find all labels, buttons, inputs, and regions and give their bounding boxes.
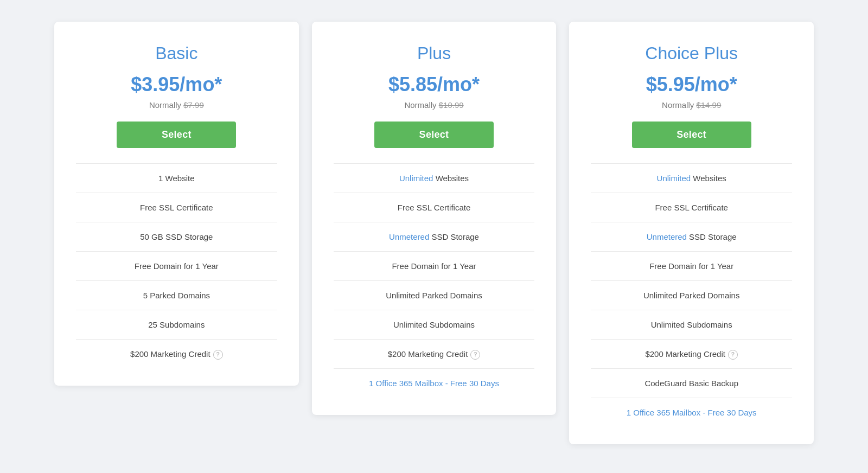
list-item: Free Domain for 1 Year	[76, 251, 277, 280]
list-item: Unlimited Websites	[591, 163, 792, 193]
list-item: Unlimited Websites	[334, 163, 535, 193]
list-item: Free Domain for 1 Year	[334, 251, 535, 280]
list-item: Free SSL Certificate	[76, 193, 277, 222]
plan-card-choice-plus: Choice Plus$5.95/mo*Normally $14.99Selec…	[569, 22, 814, 444]
list-item: Unlimited Subdomains	[591, 310, 792, 339]
features-list-plus: Unlimited WebsitesFree SSL CertificateUn…	[334, 163, 535, 398]
list-item: Unlimited Parked Domains	[334, 280, 535, 310]
list-item: 5 Parked Domains	[76, 280, 277, 310]
plan-card-plus: Plus$5.85/mo*Normally $10.99SelectUnlimi…	[312, 22, 557, 415]
list-item: 25 Subdomains	[76, 310, 277, 339]
plan-normal-price-choice-plus: Normally $14.99	[662, 100, 721, 110]
plan-name-basic: Basic	[155, 43, 197, 63]
list-item: CodeGuard Basic Backup	[591, 368, 792, 398]
plan-name-plus: Plus	[417, 43, 451, 63]
help-icon[interactable]: ?	[728, 350, 738, 360]
list-item: $200 Marketing Credit?	[334, 339, 535, 368]
plan-card-basic: Basic$3.95/mo*Normally $7.99Select1 Webs…	[54, 22, 299, 386]
list-item: Free Domain for 1 Year	[591, 251, 792, 280]
select-button-basic[interactable]: Select	[117, 122, 236, 148]
highlight-text: Unmetered	[647, 232, 687, 241]
pricing-container: Basic$3.95/mo*Normally $7.99Select1 Webs…	[54, 22, 814, 444]
plan-name-choice-plus: Choice Plus	[645, 43, 738, 63]
features-list-basic: 1 WebsiteFree SSL Certificate50 GB SSD S…	[76, 163, 277, 368]
select-button-choice-plus[interactable]: Select	[632, 122, 751, 148]
list-item: Unmetered SSD Storage	[334, 222, 535, 251]
help-icon[interactable]: ?	[470, 350, 480, 360]
list-item: 1 Website	[76, 163, 277, 193]
list-item: Free SSL Certificate	[334, 193, 535, 222]
list-item[interactable]: 1 Office 365 Mailbox - Free 30 Days	[334, 368, 535, 398]
highlight-text: Unlimited	[657, 174, 691, 183]
plan-price-basic: $3.95/mo*	[131, 73, 222, 96]
select-button-plus[interactable]: Select	[374, 122, 494, 148]
list-item: Unmetered SSD Storage	[591, 222, 792, 251]
plan-normal-price-plus: Normally $10.99	[404, 100, 463, 110]
highlight-text: Unlimited	[399, 174, 433, 183]
plan-price-plus: $5.85/mo*	[388, 73, 480, 96]
list-item: $200 Marketing Credit?	[76, 339, 277, 368]
list-item: $200 Marketing Credit?	[591, 339, 792, 368]
list-item[interactable]: 1 Office 365 Mailbox - Free 30 Days	[591, 398, 792, 427]
help-icon[interactable]: ?	[213, 350, 223, 360]
highlight-text: Unmetered	[389, 232, 429, 241]
list-item: Unlimited Parked Domains	[591, 280, 792, 310]
list-item: Free SSL Certificate	[591, 193, 792, 222]
plan-price-choice-plus: $5.95/mo*	[646, 73, 737, 96]
plan-normal-price-basic: Normally $7.99	[149, 100, 204, 110]
features-list-choice-plus: Unlimited WebsitesFree SSL CertificateUn…	[591, 163, 792, 427]
list-item: Unlimited Subdomains	[334, 310, 535, 339]
list-item: 50 GB SSD Storage	[76, 222, 277, 251]
